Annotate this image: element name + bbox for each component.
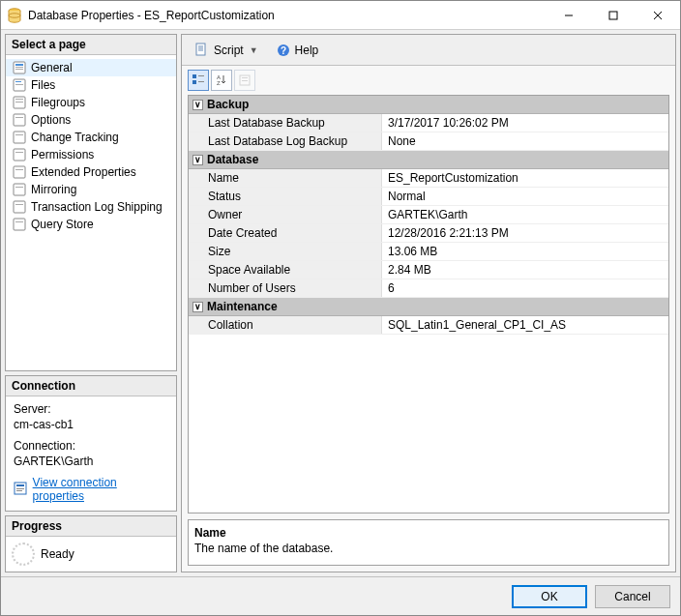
prop-value: None: [382, 132, 668, 150]
ok-button[interactable]: OK: [512, 585, 587, 608]
minimize-button[interactable]: [547, 1, 591, 29]
prop-value: GARTEK\Garth: [382, 206, 668, 223]
nav-item-files[interactable]: Files: [6, 76, 176, 94]
prop-space-available[interactable]: Space Available2.84 MB: [189, 261, 668, 279]
categorized-button[interactable]: [188, 70, 209, 91]
close-button[interactable]: [636, 1, 680, 29]
svg-rect-24: [14, 184, 25, 195]
property-toolbar: AZ: [182, 66, 675, 95]
nav-item-change-tracking[interactable]: Change Tracking: [6, 129, 176, 146]
prop-value: 6: [382, 279, 668, 297]
svg-rect-3: [609, 12, 617, 19]
dialog-footer: OK Cancel: [1, 576, 680, 615]
script-button[interactable]: Script ▼: [188, 40, 265, 61]
progress-heading: Progress: [6, 516, 176, 537]
titlebar: Database Properties - ES_ReportCustomiza…: [1, 1, 680, 30]
window-buttons: [547, 1, 680, 29]
svg-rect-32: [16, 488, 24, 489]
prop-name: Last Database Log Backup: [189, 132, 382, 150]
prop-name: Collation: [189, 316, 382, 334]
nav-item-general[interactable]: General: [6, 59, 176, 76]
nav-label: Extended Properties: [31, 165, 136, 179]
properties-icon: [14, 482, 29, 497]
prop-collation[interactable]: CollationSQL_Latin1_General_CP1_CI_AS: [189, 316, 668, 335]
nav-item-mirroring[interactable]: Mirroring: [6, 181, 176, 198]
page-icon: [12, 147, 27, 162]
svg-rect-22: [14, 166, 25, 178]
svg-rect-26: [14, 201, 25, 213]
nav-item-options[interactable]: Options: [6, 111, 176, 129]
svg-rect-15: [15, 102, 23, 103]
prop-name: Size: [189, 243, 382, 260]
page-selector-heading: Select a page: [6, 35, 176, 55]
prop-last-database-backup[interactable]: Last Database Backup3/17/2017 10:26:02 P…: [189, 114, 668, 132]
connection-label: Connection:: [14, 439, 168, 453]
svg-rect-20: [14, 149, 25, 161]
svg-rect-40: [198, 81, 204, 82]
nav-item-permissions[interactable]: Permissions: [6, 146, 176, 163]
prop-last-log-backup[interactable]: Last Database Log BackupNone: [189, 132, 668, 151]
page-icon: [12, 130, 27, 145]
page-icon: [12, 182, 27, 197]
category-backup[interactable]: ∨Backup: [189, 96, 668, 114]
svg-rect-11: [15, 81, 21, 82]
page-icon: [12, 112, 27, 128]
connection-heading: Connection: [6, 376, 176, 396]
content-column: Script ▼ ? Help AZ: [181, 34, 676, 572]
nav-label: Options: [31, 113, 71, 127]
svg-rect-45: [242, 80, 248, 81]
svg-rect-14: [15, 99, 23, 100]
category-label: Maintenance: [207, 300, 278, 313]
progress-body: Ready: [6, 537, 176, 572]
prop-name-row[interactable]: NameES_ReportCustomization: [189, 169, 668, 188]
prop-owner[interactable]: OwnerGARTEK\Garth: [189, 206, 668, 224]
description-text: The name of the database.: [194, 542, 663, 555]
help-button[interactable]: ? Help: [269, 40, 326, 61]
progress-status: Ready: [41, 547, 74, 561]
prop-value: 12/28/2016 2:21:13 PM: [382, 224, 668, 242]
category-database[interactable]: ∨Database: [189, 151, 668, 169]
svg-rect-7: [15, 64, 23, 66]
svg-text:?: ?: [281, 45, 286, 56]
cancel-button[interactable]: Cancel: [595, 585, 670, 608]
nav-item-extended-properties[interactable]: Extended Properties: [6, 163, 176, 181]
connection-value: GARTEK\Garth: [14, 455, 168, 468]
dialog-window: Database Properties - ES_ReportCustomiza…: [0, 0, 681, 616]
progress-pane: Progress Ready: [5, 515, 177, 572]
alphabetical-button[interactable]: AZ: [211, 70, 232, 91]
prop-value: 3/17/2017 10:26:02 PM: [382, 114, 668, 132]
prop-value: ES_ReportCustomization: [382, 169, 668, 187]
nav-label: Transaction Log Shipping: [31, 200, 163, 214]
nav-item-filegroups[interactable]: Filegroups: [6, 94, 176, 111]
window-title: Database Properties - ES_ReportCustomiza…: [28, 9, 547, 22]
prop-status[interactable]: StatusNormal: [189, 188, 668, 206]
script-label: Script: [214, 44, 244, 57]
svg-rect-28: [14, 219, 25, 230]
progress-spinner-icon: [12, 543, 35, 566]
svg-text:Z: Z: [217, 80, 221, 86]
svg-rect-27: [15, 204, 23, 205]
svg-rect-12: [15, 84, 23, 85]
nav-item-query-store[interactable]: Query Store: [6, 216, 176, 233]
prop-number-of-users[interactable]: Number of Users6: [189, 279, 668, 298]
page-icon: [12, 60, 27, 75]
server-label: Server:: [14, 402, 168, 416]
page-icon: [12, 217, 27, 232]
prop-size[interactable]: Size13.06 MB: [189, 243, 668, 261]
maximize-button[interactable]: [591, 1, 636, 29]
svg-rect-37: [192, 74, 196, 78]
connection-body: Server: cm-cas-cb1 Connection: GARTEK\Ga…: [6, 396, 176, 511]
nav-label: Change Tracking: [31, 131, 119, 144]
page-list: General Files Filegroups Options Change …: [6, 55, 176, 370]
category-maintenance[interactable]: ∨Maintenance: [189, 298, 668, 316]
view-connection-properties-link[interactable]: View connection properties: [33, 476, 168, 503]
category-label: Database: [207, 153, 258, 166]
collapse-icon: ∨: [192, 155, 203, 165]
page-icon: [12, 95, 27, 110]
svg-rect-23: [15, 169, 23, 170]
collapse-icon: ∨: [192, 100, 203, 110]
left-column: Select a page General Files Filegroups O…: [5, 34, 177, 572]
nav-label: General: [31, 61, 73, 74]
nav-item-transaction-log-shipping[interactable]: Transaction Log Shipping: [6, 198, 176, 216]
prop-date-created[interactable]: Date Created12/28/2016 2:21:13 PM: [189, 224, 668, 243]
